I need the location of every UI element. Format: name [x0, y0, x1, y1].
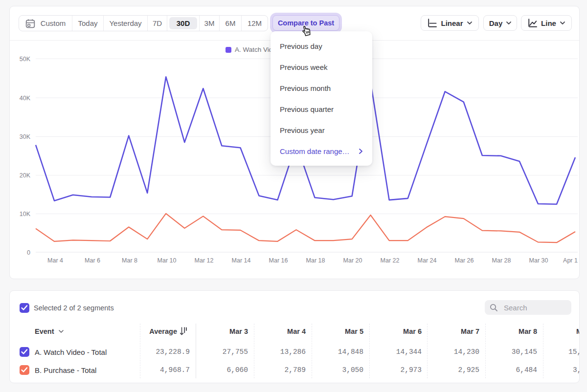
svg-text:Mar 16: Mar 16: [269, 257, 288, 264]
svg-text:Mar 14: Mar 14: [232, 257, 251, 264]
svg-text:Mar 20: Mar 20: [343, 257, 362, 264]
svg-text:30K: 30K: [20, 133, 31, 140]
svg-text:10K: 10K: [20, 211, 31, 218]
svg-text:Apr 1: Apr 1: [563, 257, 578, 264]
svg-text:20K: 20K: [20, 172, 31, 179]
svg-text:Mar 28: Mar 28: [492, 257, 511, 264]
svg-text:Mar 10: Mar 10: [158, 257, 177, 264]
svg-text:0: 0: [27, 249, 30, 256]
svg-text:50K: 50K: [20, 56, 31, 63]
svg-text:Mar 12: Mar 12: [195, 257, 214, 264]
svg-text:Mar 30: Mar 30: [529, 257, 548, 264]
svg-text:Mar 22: Mar 22: [381, 257, 400, 264]
svg-text:Mar 4: Mar 4: [47, 257, 63, 264]
svg-text:40K: 40K: [20, 95, 31, 102]
svg-text:Mar 8: Mar 8: [122, 257, 137, 264]
svg-text:Mar 18: Mar 18: [306, 257, 325, 264]
svg-text:Mar 24: Mar 24: [418, 257, 437, 264]
svg-text:Mar 6: Mar 6: [85, 257, 100, 264]
svg-text:Mar 26: Mar 26: [455, 257, 474, 264]
